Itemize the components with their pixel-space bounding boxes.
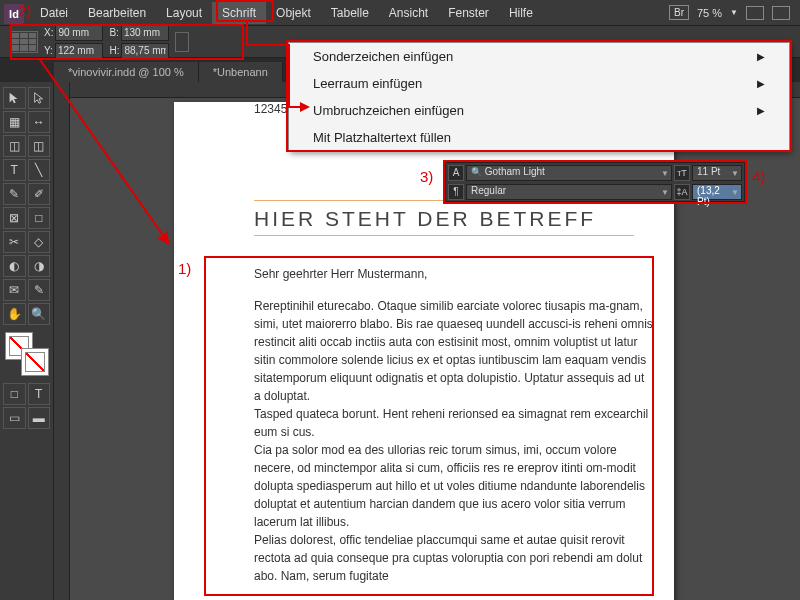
h-input[interactable] xyxy=(121,43,169,59)
pencil-tool[interactable]: ✐ xyxy=(28,183,51,205)
hand-tool[interactable]: ✋ xyxy=(3,303,26,325)
type-tool[interactable]: T xyxy=(3,159,26,181)
tool-panel: ▦↔ ◫◫ T╲ ✎✐ ⊠□ ✂◇ ◐◑ ✉✎ ✋🔍 □T ▭▬ xyxy=(0,82,54,600)
content-collector-tool[interactable]: ◫ xyxy=(3,135,26,157)
dropdown-umbruchzeichen[interactable]: Umbruchzeichen einfügen▶ xyxy=(289,97,789,124)
vertical-ruler xyxy=(54,82,70,600)
w-input[interactable] xyxy=(121,25,169,41)
note-tool[interactable]: ✉ xyxy=(3,279,26,301)
bridge-icon[interactable]: Br xyxy=(669,5,689,20)
gradient-swatch-tool[interactable]: ◐ xyxy=(3,255,26,277)
gap-tool[interactable]: ↔ xyxy=(28,111,51,133)
scissors-tool[interactable]: ✂ xyxy=(3,231,26,253)
font-style-field[interactable]: Regular▼ xyxy=(466,184,672,200)
character-formatting-icon[interactable]: A xyxy=(448,165,464,181)
annotation-arrow-menu2 xyxy=(246,44,290,46)
zoom-dropdown-icon[interactable]: ▼ xyxy=(730,8,738,17)
annotation-arrow-drop xyxy=(288,46,290,106)
annotation-arrow-menu xyxy=(246,22,248,44)
y-input[interactable] xyxy=(55,43,103,59)
annotation-label-1: 1) xyxy=(178,260,191,277)
headline-rule-bottom xyxy=(254,235,634,236)
salutation: Sehr geehrter Herr Mustermann, xyxy=(254,265,654,283)
annotation-label-2: 2) xyxy=(18,2,31,19)
workspace: 12345 Mün HIER STEHT DER BETREFF Sehr ge… xyxy=(54,82,800,600)
leading-icon: ‡A xyxy=(674,184,690,200)
free-transform-tool[interactable]: ◇ xyxy=(28,231,51,253)
font-family-field[interactable]: 🔍 Gotham Light▼ xyxy=(466,165,672,181)
gradient-feather-tool[interactable]: ◑ xyxy=(28,255,51,277)
menu-ansicht[interactable]: Ansicht xyxy=(379,2,438,24)
submenu-arrow-icon: ▶ xyxy=(757,105,765,116)
page-tool[interactable]: ▦ xyxy=(3,111,26,133)
x-input[interactable] xyxy=(55,25,103,41)
rectangle-tool[interactable]: □ xyxy=(28,207,51,229)
headline-text: HIER STEHT DER BETREFF xyxy=(254,207,596,231)
rectangle-frame-tool[interactable]: ⊠ xyxy=(3,207,26,229)
annotation-label-3: 3) xyxy=(420,168,433,185)
apply-color-tool[interactable]: □ xyxy=(3,383,26,405)
constrain-proportions-icon[interactable] xyxy=(175,32,189,52)
direct-selection-tool[interactable] xyxy=(28,87,51,109)
paragraph-formatting-icon[interactable]: ¶ xyxy=(448,184,464,200)
dropdown-leerraum[interactable]: Leerraum einfügen▶ xyxy=(289,70,789,97)
dropdown-sonderzeichen[interactable]: Sonderzeichen einfügen▶ xyxy=(289,43,789,70)
submenu-arrow-icon: ▶ xyxy=(757,51,765,62)
menu-datei[interactable]: Datei xyxy=(30,2,78,24)
w-label: B: xyxy=(109,27,118,38)
apply-text-tool[interactable]: T xyxy=(28,383,51,405)
menu-layout[interactable]: Layout xyxy=(156,2,212,24)
h-label: H: xyxy=(109,45,119,56)
body-text-frame[interactable]: Sehr geehrter Herr Mustermann, Rereptini… xyxy=(254,265,654,585)
zoom-tool[interactable]: 🔍 xyxy=(28,303,51,325)
screen-mode-icon[interactable] xyxy=(746,6,764,20)
font-size-icon: тT xyxy=(674,165,690,181)
arrange-icon[interactable] xyxy=(772,6,790,20)
leading-field[interactable]: (13,2 Pt)▼ xyxy=(692,184,742,200)
menu-tabelle[interactable]: Tabelle xyxy=(321,2,379,24)
submenu-arrow-icon: ▶ xyxy=(757,78,765,89)
line-tool[interactable]: ╲ xyxy=(28,159,51,181)
selection-tool[interactable] xyxy=(3,87,26,109)
tab-vinovivir[interactable]: *vinovivir.indd @ 100 % xyxy=(54,62,199,82)
menu-fenster[interactable]: Fenster xyxy=(438,2,499,24)
annotation-arrow-drop2 xyxy=(288,106,302,108)
eyedropper-tool[interactable]: ✎ xyxy=(28,279,51,301)
menu-objekt[interactable]: Objekt xyxy=(266,2,321,24)
tab-unbenannt[interactable]: *Unbenann xyxy=(199,62,283,82)
reference-point-grid[interactable] xyxy=(10,31,38,53)
x-label: X: xyxy=(44,27,53,38)
pen-tool[interactable]: ✎ xyxy=(3,183,26,205)
normal-view-icon[interactable]: ▭ xyxy=(3,407,26,429)
menu-schrift[interactable]: Schrift xyxy=(212,2,266,24)
preview-view-icon[interactable]: ▬ xyxy=(28,407,51,429)
annotation-label-4: 4) xyxy=(752,168,765,185)
character-panel: A 🔍 Gotham Light▼ тT 11 Pt▼ ¶ Regular▼ ‡… xyxy=(445,162,745,202)
schrift-dropdown: Sonderzeichen einfügen▶ Leerraum einfüge… xyxy=(288,42,790,152)
dropdown-platzhaltertext[interactable]: Mit Platzhaltertext füllen xyxy=(289,124,789,151)
menu-hilfe[interactable]: Hilfe xyxy=(499,2,543,24)
zoom-level[interactable]: 75 % xyxy=(697,7,722,19)
y-label: Y: xyxy=(44,45,53,56)
font-size-field[interactable]: 11 Pt▼ xyxy=(692,165,742,181)
body-text: Rereptinihil eturecabo. Otaque similib e… xyxy=(254,297,654,585)
fill-stroke-swatch[interactable] xyxy=(5,332,49,376)
menu-bar: Datei Bearbeiten Layout Schrift Objekt T… xyxy=(0,0,800,26)
menu-bearbeiten[interactable]: Bearbeiten xyxy=(78,2,156,24)
content-placer-tool[interactable]: ◫ xyxy=(28,135,51,157)
